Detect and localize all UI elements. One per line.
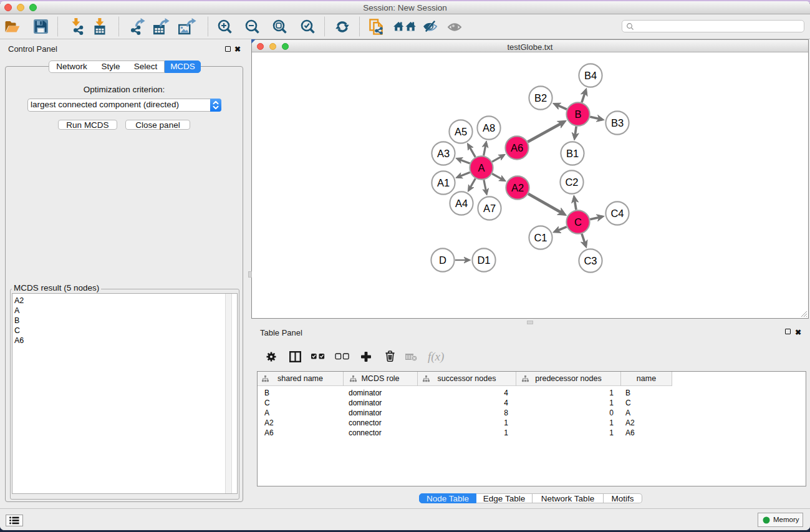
svg-text:C4: C4 (610, 208, 624, 219)
svg-text:B4: B4 (584, 70, 597, 81)
svg-text:A1: A1 (437, 177, 450, 188)
svg-text:B1: B1 (566, 148, 579, 159)
svg-text:A8: A8 (483, 122, 495, 133)
svg-text:A2: A2 (511, 182, 524, 193)
svg-text:A7: A7 (483, 203, 496, 214)
svg-text:C1: C1 (534, 232, 547, 243)
svg-text:A5: A5 (455, 126, 467, 137)
svg-text:C2: C2 (565, 177, 578, 188)
svg-text:A4: A4 (455, 198, 468, 209)
svg-text:B2: B2 (534, 92, 547, 104)
svg-text:A6: A6 (511, 142, 523, 153)
svg-text:C: C (574, 216, 582, 228)
svg-text:D: D (439, 254, 446, 266)
svg-text:A: A (478, 162, 485, 173)
svg-text:D1: D1 (477, 254, 490, 266)
svg-text:A3: A3 (437, 148, 450, 159)
svg-text:B: B (574, 109, 581, 120)
svg-text:B3: B3 (611, 117, 624, 128)
svg-text:C3: C3 (584, 255, 597, 266)
